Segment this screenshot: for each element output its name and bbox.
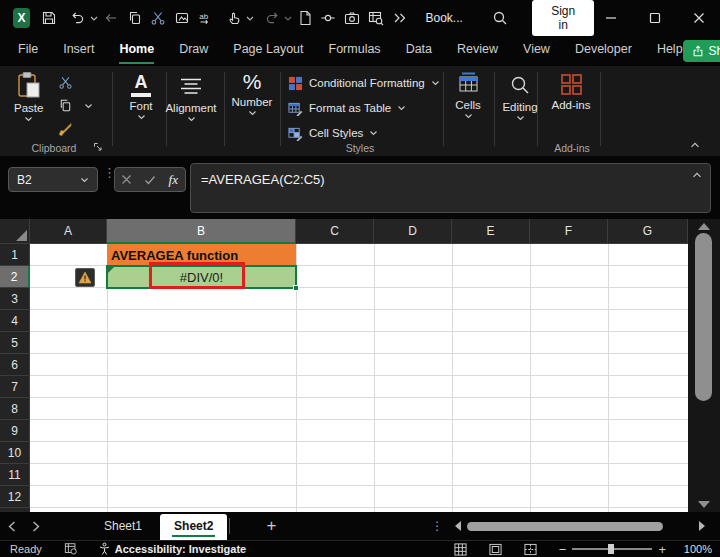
formula-bar-collapse-button[interactable] xyxy=(692,172,702,178)
tab-bar-options-button[interactable]: ⋮ xyxy=(431,524,443,529)
column-header-a[interactable]: A xyxy=(30,219,107,244)
conditional-formatting-button[interactable]: Conditional Formatting xyxy=(288,73,440,93)
cells-group-button[interactable]: Cells xyxy=(448,72,488,119)
alignment-group-button[interactable]: Alignment xyxy=(158,73,224,122)
scroll-right-arrow-icon[interactable] xyxy=(699,521,705,531)
paste-button[interactable] xyxy=(171,5,192,31)
fill-handle[interactable] xyxy=(293,285,299,291)
horizontal-scrollbar[interactable] xyxy=(455,518,705,534)
horizontal-scroll-thumb[interactable] xyxy=(467,522,663,531)
page-layout-view-button[interactable] xyxy=(489,543,502,556)
cell-b1[interactable]: AVERAGEA function xyxy=(107,244,296,266)
chevron-down-icon[interactable] xyxy=(80,177,89,183)
redo-button[interactable] xyxy=(260,5,284,31)
sheet-tab-sheet1[interactable]: Sheet1 xyxy=(86,514,160,538)
zoom-slider[interactable] xyxy=(572,548,652,550)
name-box[interactable]: B2 xyxy=(8,167,98,192)
text-box-button[interactable] xyxy=(318,5,339,31)
column-header-e[interactable]: E xyxy=(452,219,530,244)
tab-data[interactable]: Data xyxy=(406,38,432,64)
tab-draw[interactable]: Draw xyxy=(179,38,208,64)
new-file-button[interactable] xyxy=(295,5,316,31)
name-manager-button[interactable] xyxy=(365,5,386,31)
row-header-9[interactable]: 9 xyxy=(0,420,30,442)
zoom-out-button[interactable]: − xyxy=(559,542,567,557)
tab-review[interactable]: Review xyxy=(457,38,498,64)
tab-home[interactable]: Home xyxy=(119,38,154,64)
column-header-b[interactable]: B xyxy=(107,219,296,244)
collapse-ribbon-button[interactable] xyxy=(690,142,700,148)
vertical-scroll-thumb[interactable] xyxy=(695,233,712,401)
normal-view-button[interactable] xyxy=(454,543,467,556)
addins-button[interactable]: Add-ins xyxy=(545,73,597,111)
undo-button[interactable] xyxy=(66,5,90,31)
back-button[interactable] xyxy=(101,5,122,31)
column-header-g[interactable]: G xyxy=(608,219,688,244)
row-header-1[interactable]: 1 xyxy=(0,244,30,266)
row-header-12[interactable]: 12 xyxy=(0,486,30,508)
row-header-2[interactable]: 2 xyxy=(0,266,30,288)
row-header-4[interactable]: 4 xyxy=(0,310,30,332)
copy-button-ribbon[interactable] xyxy=(58,98,73,113)
cell-styles-button[interactable]: Cell Styles xyxy=(288,123,378,143)
tab-formulas[interactable]: Formulas xyxy=(329,38,381,64)
sheet-tab-sheet2[interactable]: Sheet2 xyxy=(160,514,227,540)
tab-developer[interactable]: Developer xyxy=(575,38,632,64)
tab-insert[interactable]: Insert xyxy=(63,38,94,64)
row-header-10[interactable]: 10 xyxy=(0,442,30,464)
clipboard-dialog-launcher[interactable] xyxy=(93,142,103,152)
row-header-7[interactable]: 7 xyxy=(0,376,30,398)
tab-file[interactable]: File xyxy=(18,38,38,64)
macro-record-button[interactable] xyxy=(64,542,78,556)
touch-mode-button[interactable] xyxy=(222,5,246,31)
row-header-5[interactable]: 5 xyxy=(0,332,30,354)
error-trace-button[interactable] xyxy=(75,268,95,287)
row-header-6[interactable]: 6 xyxy=(0,354,30,376)
scroll-up-arrow-icon[interactable] xyxy=(698,223,710,230)
editing-group-button[interactable]: Editing xyxy=(496,72,544,121)
next-sheet-button[interactable] xyxy=(24,521,48,532)
chevron-down-icon[interactable] xyxy=(284,16,292,21)
format-as-table-button[interactable]: Format as Table xyxy=(288,98,406,118)
new-sheet-button[interactable]: + xyxy=(266,519,276,533)
number-group-button[interactable]: % Number xyxy=(226,71,278,116)
cut-button[interactable] xyxy=(148,5,169,31)
find-replace-button[interactable]: ab xyxy=(195,5,216,31)
insert-function-button[interactable]: fx xyxy=(163,172,183,188)
close-button[interactable] xyxy=(682,3,716,33)
maximize-button[interactable] xyxy=(638,3,672,33)
page-break-preview-button[interactable] xyxy=(524,543,537,556)
tab-help[interactable]: Help xyxy=(657,38,683,64)
column-header-f[interactable]: F xyxy=(530,219,608,244)
share-button[interactable]: Share xyxy=(683,40,720,62)
chevron-down-icon[interactable] xyxy=(84,103,93,109)
cancel-button[interactable] xyxy=(117,174,137,185)
column-header-d[interactable]: D xyxy=(374,219,452,244)
zoom-slider-thumb[interactable] xyxy=(608,544,614,554)
paste-button-ribbon[interactable]: Paste xyxy=(14,71,43,122)
chevron-down-icon[interactable] xyxy=(90,16,98,21)
row-header-8[interactable]: 8 xyxy=(0,398,30,420)
chevron-down-icon[interactable] xyxy=(246,16,254,21)
scroll-left-arrow-icon[interactable] xyxy=(455,521,461,531)
sign-in-button[interactable]: Sign in xyxy=(532,0,593,36)
minimize-button[interactable] xyxy=(594,3,628,33)
enter-button[interactable] xyxy=(140,175,160,185)
formula-input[interactable]: =AVERAGEA(C2:C5) xyxy=(190,163,711,213)
search-button[interactable] xyxy=(490,5,511,31)
save-button[interactable] xyxy=(39,5,60,31)
previous-sheet-button[interactable] xyxy=(0,521,24,532)
copy-button[interactable] xyxy=(124,5,145,31)
zoom-in-button[interactable]: + xyxy=(658,542,666,557)
format-painter-button[interactable] xyxy=(57,121,74,138)
accessibility-status[interactable]: Accessibility: Investigate xyxy=(98,542,246,556)
scroll-down-arrow-icon[interactable] xyxy=(698,501,710,508)
tab-page-layout[interactable]: Page Layout xyxy=(233,38,303,64)
column-header-c[interactable]: C xyxy=(296,219,374,244)
cell-b2[interactable]: #DIV/0! xyxy=(107,266,296,288)
zoom-level[interactable]: 100% xyxy=(678,543,712,555)
vertical-scrollbar[interactable] xyxy=(688,219,720,512)
select-all-corner[interactable] xyxy=(0,219,30,244)
tab-view[interactable]: View xyxy=(523,38,550,64)
cut-button-ribbon[interactable] xyxy=(58,75,73,90)
